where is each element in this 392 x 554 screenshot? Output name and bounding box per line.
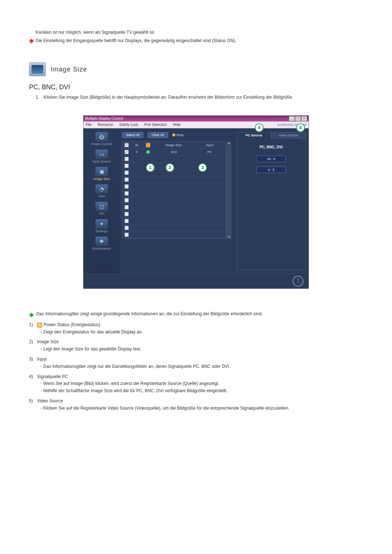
status-bar: ! xyxy=(83,274,309,288)
desc-item-2: 2) Image Size - Legt den Image Size für … xyxy=(29,338,363,353)
ratio-16-9-button[interactable]: 16 : 9 xyxy=(256,156,286,162)
app-window: Multiple Display Control _ □ × File Remo… xyxy=(83,115,309,289)
table-row[interactable] xyxy=(122,156,226,163)
power-status-inline-icon xyxy=(37,323,42,328)
desc-item-5: 5) Video Source - Klicken Sie auf die Re… xyxy=(29,398,363,412)
settings-icon: ✦ xyxy=(95,219,108,229)
sidebar-item-image-size[interactable]: ▣ Image Size xyxy=(87,167,116,181)
input-source-icon: ▭ xyxy=(95,149,108,159)
power-icon: ⏻ xyxy=(95,132,108,141)
minimize-button[interactable]: _ xyxy=(289,116,295,121)
section-title: Image Size xyxy=(51,66,87,73)
header-id: ID xyxy=(131,142,143,148)
busy-dot-icon xyxy=(172,134,175,136)
table-row[interactable] xyxy=(122,169,226,176)
row-checkbox[interactable] xyxy=(124,150,129,154)
table-row[interactable] xyxy=(122,183,226,190)
menu-help[interactable]: Help xyxy=(173,123,181,127)
callout-2: 2 xyxy=(166,163,174,172)
table-row[interactable] xyxy=(122,211,226,218)
power-status-icon xyxy=(146,150,150,154)
info-icon[interactable]: ! xyxy=(293,276,303,287)
menu-remocon[interactable]: Remocon xyxy=(98,123,113,127)
menu-file[interactable]: File xyxy=(86,123,91,127)
sidebar-item-time[interactable]: ◔ Time xyxy=(87,184,116,198)
select-all-button[interactable]: Select All xyxy=(122,132,143,138)
info-grid: ID Image Size Input 0 16:9 PC xyxy=(122,141,226,239)
desc-item-1: 1) Power Status (Energiestatus) - Zeigt … xyxy=(29,321,363,336)
asterisk-icon: ✱ xyxy=(29,37,34,46)
close-button[interactable]: × xyxy=(301,116,307,121)
sidebar-item-maintenance[interactable]: ✚ Maintenance xyxy=(87,237,116,250)
intro-line-2: ✱ Die Einstellung der Eingangsquelle bet… xyxy=(36,37,363,44)
header-checkbox[interactable] xyxy=(124,143,129,147)
desc-intro: ✱ Das Informationsgitter zeigt einige gr… xyxy=(29,311,363,318)
maintenance-icon: ✚ xyxy=(95,237,108,246)
table-row[interactable]: 0 16:9 PC xyxy=(122,149,226,156)
time-icon: ◔ xyxy=(95,184,108,194)
menu-safety-lock[interactable]: Safety Lock xyxy=(119,123,138,127)
sidebar-item-settings[interactable]: ✦ Settings xyxy=(87,219,116,233)
table-row[interactable] xyxy=(122,225,226,231)
section-subtitle: PC, BNC, DVI xyxy=(29,83,363,91)
tab-video-source[interactable]: Video Source xyxy=(271,132,306,139)
callout-1: 1 xyxy=(146,163,155,172)
titlebar: Multiple Display Control _ □ × xyxy=(83,116,309,122)
ratio-4-3-button[interactable]: 4 : 3 xyxy=(256,167,286,173)
menubar: File Remocon Safety Lock Port Selection … xyxy=(83,122,309,128)
callout-3: 3 xyxy=(198,163,207,172)
header-image-size: Image Size xyxy=(154,142,194,148)
table-row[interactable] xyxy=(122,204,226,211)
desc-item-3: 3) Input - Das Informationsgitter zeigt … xyxy=(29,356,363,370)
step-1: 1. Klicken Sie Image Size (Bildgröße) in… xyxy=(36,94,363,101)
table-row[interactable] xyxy=(122,218,226,225)
table-row[interactable] xyxy=(122,197,226,204)
image-size-icon: ▣ xyxy=(95,167,108,176)
scrollbar[interactable]: ▲ ▼ xyxy=(226,141,232,239)
power-header-icon xyxy=(146,143,151,147)
tab-pc-source[interactable]: PC Source xyxy=(237,132,271,139)
header-input: Input xyxy=(194,142,226,148)
table-row[interactable] xyxy=(122,231,226,238)
callout-5: 5 xyxy=(296,123,305,132)
star-icon: ✱ xyxy=(29,311,34,320)
desc-item-4: 4) Signalquelle PC - Wenn Sie auf Image … xyxy=(29,373,363,395)
busy-indicator: Busy xyxy=(172,133,184,137)
scroll-up-icon[interactable]: ▲ xyxy=(228,141,230,145)
image-size-icon xyxy=(29,62,46,76)
maximize-button[interactable]: □ xyxy=(295,116,301,121)
table-row[interactable] xyxy=(122,176,226,183)
callout-4: 4 xyxy=(255,123,264,132)
intro-line-1: Kanälen ist nur möglich, wenn als Signal… xyxy=(36,29,363,36)
table-row[interactable] xyxy=(122,163,226,169)
sidebar-item-input-source[interactable]: ▭ Input Source xyxy=(87,149,116,163)
pip-icon: ◫ xyxy=(95,202,108,211)
menu-port-selection[interactable]: Port Selection xyxy=(144,123,167,127)
table-row[interactable] xyxy=(122,190,226,197)
sidebar-item-pip[interactable]: ◫ PIP xyxy=(87,202,116,216)
scroll-down-icon[interactable]: ▼ xyxy=(228,235,230,239)
panel-title: PC, BNC, DVI xyxy=(240,145,302,149)
clear-all-button[interactable]: Clear All xyxy=(148,132,168,138)
sidebar: ⏻ Power Control ▭ Input Source ▣ Image S… xyxy=(83,128,120,274)
sidebar-item-power-control[interactable]: ⏻ Power Control xyxy=(87,132,116,146)
